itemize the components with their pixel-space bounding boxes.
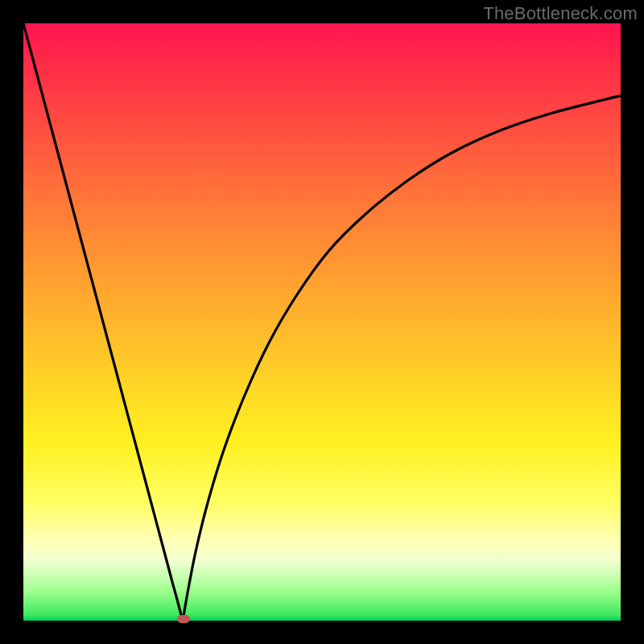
plot-area (23, 23, 621, 621)
curve-layer (23, 23, 621, 621)
curve-left-branch (23, 23, 183, 621)
watermark-text: TheBottleneck.com (483, 3, 638, 24)
minimum-marker (177, 615, 190, 623)
curve-right-branch (183, 96, 621, 621)
